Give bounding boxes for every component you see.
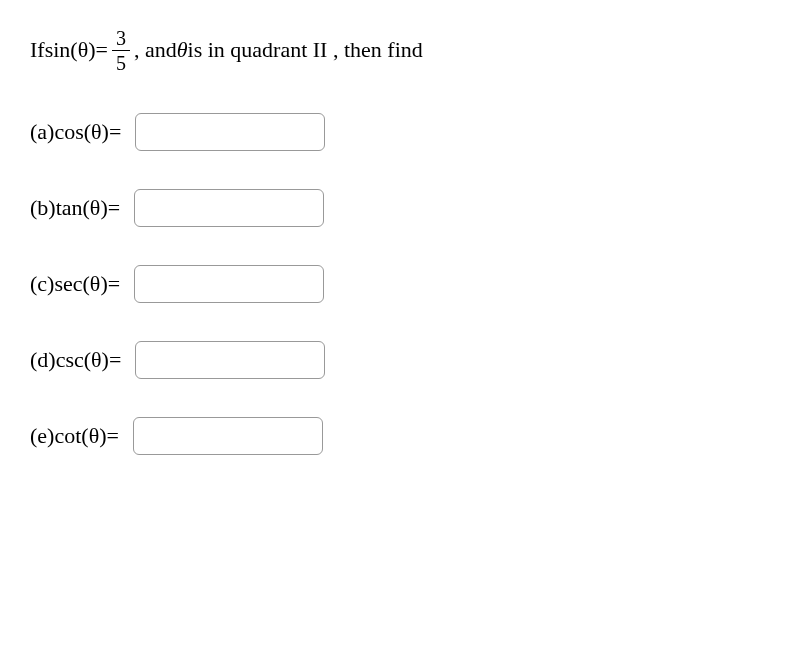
part-a-row: (a) cos(θ) = (30, 113, 770, 151)
part-c-row: (c) sec(θ) = (30, 265, 770, 303)
part-c-label: (c) sec(θ) = (30, 271, 120, 297)
sec-expression: sec(θ) (54, 271, 107, 297)
tan-expression: tan(θ) (56, 195, 108, 221)
part-letter: (c) (30, 271, 54, 297)
equals-sign: = (108, 271, 120, 297)
cot-input[interactable] (133, 417, 323, 455)
part-d-label: (d) csc(θ) = (30, 347, 121, 373)
equals-sign: = (109, 347, 121, 373)
part-a-label: (a) cos(θ) = (30, 119, 121, 145)
equals-sign: = (107, 423, 119, 449)
tan-input[interactable] (134, 189, 324, 227)
cos-input[interactable] (135, 113, 325, 151)
problem-middle: , and (134, 35, 177, 66)
part-e-label: (e) cot(θ) = (30, 423, 119, 449)
part-letter: (b) (30, 195, 56, 221)
part-letter: (a) (30, 119, 54, 145)
cot-expression: cot(θ) (54, 423, 106, 449)
sin-expression: sin(θ) (45, 35, 96, 66)
equals-sign: = (96, 35, 108, 66)
sec-input[interactable] (134, 265, 324, 303)
part-e-row: (e) cot(θ) = (30, 417, 770, 455)
part-letter: (e) (30, 423, 54, 449)
part-b-label: (b) tan(θ) = (30, 195, 120, 221)
problem-statement: If sin(θ) = 3 5 , and θ is in quadrant I… (30, 28, 770, 73)
part-b-row: (b) tan(θ) = (30, 189, 770, 227)
csc-expression: csc(θ) (56, 347, 109, 373)
equals-sign: = (109, 119, 121, 145)
theta-var: θ (177, 35, 188, 66)
part-letter: (d) (30, 347, 56, 373)
part-d-row: (d) csc(θ) = (30, 341, 770, 379)
csc-input[interactable] (135, 341, 325, 379)
fraction: 3 5 (112, 28, 130, 73)
problem-prefix: If (30, 35, 45, 66)
cos-expression: cos(θ) (54, 119, 109, 145)
equals-sign: = (108, 195, 120, 221)
fraction-numerator: 3 (112, 28, 130, 50)
fraction-denominator: 5 (112, 50, 130, 73)
quadrant-text: is in quadrant II , then find (188, 35, 423, 66)
